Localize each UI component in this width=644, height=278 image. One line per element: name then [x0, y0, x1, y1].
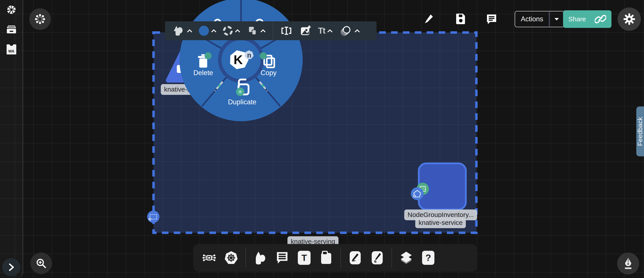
dashed-border-icon [223, 26, 233, 36]
share-button[interactable]: Share [563, 10, 612, 28]
comment-icon[interactable] [486, 14, 497, 25]
resize-icon [280, 25, 292, 37]
help-button[interactable]: ? [420, 250, 436, 266]
text-tool-button[interactable]: T [296, 250, 312, 266]
kubernetes-tool-button[interactable] [224, 250, 239, 266]
sticky-note-icon [320, 251, 332, 265]
actions-button[interactable]: Actions [515, 11, 564, 27]
resize-button[interactable] [278, 23, 294, 38]
toolbar-divider [246, 248, 246, 268]
chevron-up-icon [354, 29, 360, 32]
chevron-up-icon [211, 29, 216, 32]
knative-pentagon-icon[interactable] [411, 187, 424, 200]
fill-color-button[interactable] [197, 23, 218, 38]
border-style-button[interactable] [221, 23, 242, 38]
shapes-icon [172, 25, 185, 37]
circuit-icon [202, 251, 216, 265]
pencil-tool-button[interactable] [370, 250, 385, 266]
wa-label: WA [8, 49, 14, 54]
chevron-up-icon [187, 29, 192, 32]
knife-tool-icon [349, 251, 362, 265]
actions-dropdown-caret[interactable] [550, 17, 564, 21]
zoom-in-icon [36, 258, 47, 269]
toolbar-divider [340, 248, 341, 268]
status-dot [204, 52, 212, 59]
node-label: knative-service [415, 217, 466, 228]
selection-handle-badge[interactable] [147, 211, 160, 223]
center-letter: K [234, 52, 243, 67]
pencil-tool-icon [371, 251, 384, 265]
chevron-up-icon [327, 29, 332, 32]
shapes-icon [254, 251, 267, 265]
layers-button[interactable] [398, 250, 414, 266]
chevron-right-icon [8, 263, 14, 271]
text-style-icon: Tt [318, 26, 325, 36]
chevron-up-icon [260, 29, 266, 32]
feedback-label: Feedback [636, 117, 644, 146]
toolbar-divider [392, 248, 392, 268]
gear-icon [623, 13, 636, 25]
pen-nib-icon [623, 257, 633, 270]
text-tool-icon: T [298, 251, 310, 265]
actions-label: Actions [515, 15, 549, 23]
comment-tool-button[interactable] [274, 250, 290, 266]
link-icon [595, 15, 606, 23]
sticky-note-tool-button[interactable] [318, 250, 334, 266]
chevron-up-icon [235, 29, 240, 32]
pen-tool-button[interactable] [617, 253, 639, 275]
shape-style-button[interactable] [171, 23, 194, 38]
edit-pencil-icon[interactable] [424, 14, 434, 24]
share-label: Share [568, 15, 586, 23]
help-icon: ? [422, 251, 434, 265]
svg-text:Delete: Delete [193, 69, 213, 77]
svg-text:Duplicate: Duplicate [228, 98, 256, 106]
copy-style-button[interactable] [245, 23, 268, 38]
svg-text:Copy: Copy [261, 69, 277, 77]
shapes-tool-button[interactable] [252, 250, 268, 266]
layers-icon [400, 251, 413, 265]
toolbar-divider [273, 21, 273, 40]
status-dot [260, 52, 267, 59]
image-add-icon [299, 25, 312, 37]
feedback-tab[interactable]: Feedback [636, 107, 644, 156]
sidebar-expand-button[interactable] [2, 258, 20, 276]
webassembly-icon[interactable]: WA [6, 44, 16, 54]
radial-context-menu[interactable]: K n Delete Copy Duplicate [175, 0, 307, 126]
text-style-button[interactable]: Tt [316, 23, 334, 38]
cluster-menu-button[interactable] [29, 8, 51, 30]
zoom-in-button[interactable] [30, 253, 52, 274]
cluster-icon [34, 14, 46, 25]
annotation-icon [276, 251, 289, 265]
fill-color-swatch [199, 26, 209, 36]
knife-tool-button[interactable] [348, 250, 363, 266]
marquee-icon [150, 214, 157, 219]
save-icon[interactable] [456, 13, 466, 24]
center-badge: n [247, 51, 252, 59]
copy-style-icon [247, 25, 258, 36]
opacity-icon [339, 25, 352, 37]
settings-gear-button[interactable] [618, 7, 641, 31]
connector-tool-button[interactable] [202, 250, 217, 266]
insert-image-button[interactable] [297, 23, 313, 38]
tool-palette: T ? [193, 244, 477, 272]
style-toolbar: Tt [165, 21, 376, 40]
kubernetes-icon [224, 251, 238, 265]
opacity-button[interactable] [338, 23, 362, 38]
